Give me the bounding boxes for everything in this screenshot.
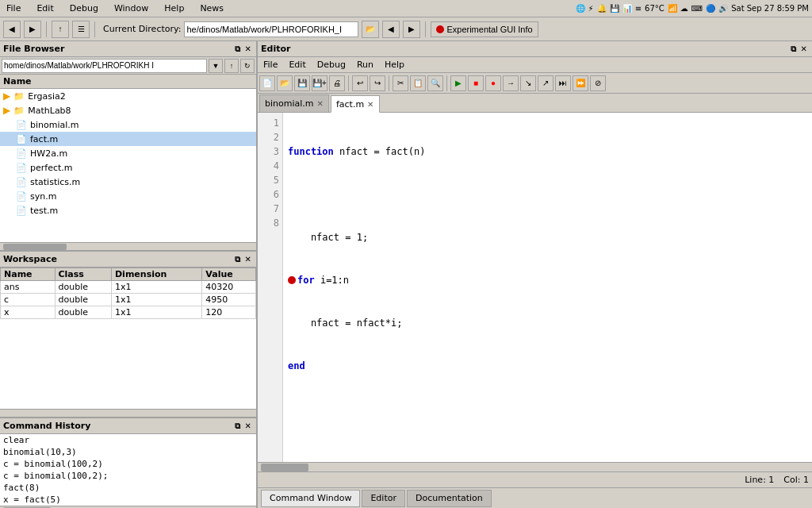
ed-undo-btn[interactable]: ↩	[352, 75, 368, 91]
line-num-2: 2	[258, 130, 282, 144]
cmd-history-undock-icon[interactable]: ⧉	[233, 421, 242, 431]
ed-bp-btn[interactable]: ●	[485, 75, 501, 91]
workspace-undock-icon[interactable]: ⧉	[233, 255, 242, 264]
path-bar: ▼ ↑ ↻	[0, 57, 256, 75]
workspace-titlebar: Workspace ⧉ ✕	[0, 252, 256, 267]
ed-step-btn[interactable]: →	[503, 75, 519, 91]
path-up-btn[interactable]: ↑	[224, 59, 239, 73]
ws-cell-class-x: double	[55, 306, 111, 319]
cmd-item-clear[interactable]: clear	[0, 434, 256, 446]
editor-menu-run[interactable]: Run	[354, 59, 376, 71]
exp-gui-button[interactable]: Experimental GUI Info	[431, 21, 538, 37]
cmd-item-x-fact5[interactable]: x = fact(5)	[0, 494, 256, 506]
file-browser-titlebar-icons: ⧉ ✕	[233, 44, 253, 54]
ed-open-btn[interactable]: 📂	[277, 75, 293, 91]
nav-right[interactable]: ▶	[403, 21, 420, 38]
ws-cell-dim-c: 1x1	[111, 294, 201, 306]
file-item-ergasia2[interactable]: ▶ 📁 Ergasia2	[0, 89, 256, 103]
bottom-tab-command-window[interactable]: Command Window	[261, 490, 360, 507]
file-icon-perfect: 📄	[16, 163, 27, 173]
tab-binomial-close[interactable]: ✕	[317, 99, 324, 108]
workspace-close-icon[interactable]: ✕	[243, 255, 253, 264]
tab-binomial[interactable]: binomial.m ✕	[259, 94, 329, 112]
file-item-fact[interactable]: 📄 fact.m	[0, 132, 256, 146]
ed-cut-btn[interactable]: ✂	[393, 75, 408, 91]
bottom-tab-editor[interactable]: Editor	[362, 490, 405, 507]
file-item-hw2a[interactable]: 📄 HW2a.m	[0, 146, 256, 160]
code-content[interactable]: function nfact = fact(n) nfact = 1; for …	[283, 113, 812, 462]
cmd-item-fact8[interactable]: fact(8)	[0, 482, 256, 494]
file-item-mathlab8[interactable]: ▶ 📁 MathLab8	[0, 103, 256, 117]
ed-copy-btn[interactable]: 📋	[410, 75, 426, 91]
left-panel: File Browser ⧉ ✕ ▼ ↑ ↻ Name ▶ 📁 Ergasia	[0, 41, 258, 508]
code-line-2	[288, 187, 807, 202]
editor-titlebar: Editor ⧉ ✕	[258, 41, 812, 57]
bookmark-button[interactable]: ☰	[72, 21, 90, 38]
path-refresh-btn[interactable]: ↻	[240, 59, 255, 73]
menu-window[interactable]: Window	[111, 2, 151, 14]
editor-menu-debug[interactable]: Debug	[315, 59, 348, 71]
ed-new-btn[interactable]: 📄	[259, 75, 275, 91]
ed-stop-btn[interactable]: ■	[468, 75, 484, 91]
ed-continue-btn[interactable]: ⏭	[555, 75, 571, 91]
current-dir-input[interactable]	[184, 21, 358, 37]
menu-debug[interactable]: Debug	[67, 2, 102, 14]
ed-print-btn[interactable]: 🖨	[329, 75, 345, 91]
editor-menu-file[interactable]: File	[261, 59, 280, 71]
nav-left[interactable]: ◀	[382, 21, 400, 38]
file-item-test[interactable]: 📄 test.m	[0, 203, 256, 217]
ed-step-out-btn[interactable]: ↗	[538, 75, 553, 91]
ed-find-btn[interactable]: 🔍	[427, 75, 443, 91]
folder-icon-ergasia2: 📁	[13, 91, 25, 102]
path-input[interactable]	[2, 59, 207, 73]
menu-news[interactable]: News	[197, 2, 227, 14]
path-dropdown-btn[interactable]: ▼	[209, 59, 223, 73]
ws-cell-dim-ans: 1x1	[111, 281, 201, 294]
bottom-tab-documentation[interactable]: Documentation	[407, 490, 492, 507]
cmd-item-c-binomial1[interactable]: c = binomial(100,2)	[0, 458, 256, 470]
editor-undock-icon[interactable]: ⧉	[789, 44, 798, 54]
forward-button[interactable]: ▶	[24, 21, 41, 38]
cmd-item-binomial1[interactable]: binomial(10,3)	[0, 446, 256, 458]
ws-row-ans[interactable]: ans double 1x1 40320	[1, 281, 256, 294]
hscroll-thumb[interactable]	[3, 244, 67, 250]
file-item-syn[interactable]: 📄 syn.m	[0, 189, 256, 203]
workspace-hscrollbar[interactable]	[0, 409, 256, 417]
editor-menu-help[interactable]: Help	[382, 59, 407, 71]
file-item-label-5: HW2a.m	[30, 148, 67, 159]
main-toolbar: ◀ ▶ ↑ ☰ Current Directory: 📂 ◀ ▶ Experim…	[0, 17, 812, 41]
editor-hscroll-thumb[interactable]	[261, 464, 308, 471]
ws-row-x[interactable]: x double 1x1 120	[1, 306, 256, 319]
file-item-label-4: fact.m	[30, 134, 58, 144]
ed-save-all-btn[interactable]: 💾+	[312, 75, 327, 91]
tab-fact-close[interactable]: ✕	[367, 100, 373, 109]
ed-step-in-btn[interactable]: ↘	[520, 75, 536, 91]
ws-row-c[interactable]: c double 1x1 4950	[1, 294, 256, 306]
tab-binomial-label: binomial.m	[265, 98, 314, 109]
editor-hscrollbar[interactable]	[258, 462, 812, 471]
editor-menu-edit[interactable]: Edit	[286, 59, 308, 71]
file-browser-undock-icon[interactable]: ⧉	[233, 44, 242, 54]
file-browser-close-icon[interactable]: ✕	[243, 44, 253, 54]
menu-file[interactable]: File	[3, 2, 24, 14]
up-button[interactable]: ↑	[52, 21, 69, 38]
browse-button[interactable]: 📂	[362, 21, 379, 38]
ed-run-btn[interactable]: ▶	[450, 75, 466, 91]
ed-save-btn[interactable]: 💾	[294, 75, 310, 91]
back-button[interactable]: ◀	[3, 21, 21, 38]
ed-clear-bp-btn[interactable]: ⊘	[590, 75, 606, 91]
cmd-item-c-binomial2[interactable]: c = binomial(100,2);	[0, 470, 256, 482]
editor-close-icon[interactable]: ✕	[799, 44, 809, 54]
file-item-statistics[interactable]: 📄 statistics.m	[0, 175, 256, 189]
cmd-history-close-icon[interactable]: ✕	[243, 421, 253, 431]
tab-fact[interactable]: fact.m ✕	[331, 95, 380, 113]
file-item-perfect[interactable]: 📄 perfect.m	[0, 160, 256, 175]
ed-continue2-btn[interactable]: ⏩	[573, 75, 588, 91]
ed-redo-btn[interactable]: ↪	[370, 75, 385, 91]
menu-edit[interactable]: Edit	[33, 2, 56, 14]
file-item-binomial[interactable]: 📄 binomial.m	[0, 117, 256, 132]
ws-cell-name-c: c	[1, 294, 56, 306]
ws-cell-val-c: 4950	[202, 294, 256, 306]
file-browser-hscrollbar[interactable]	[0, 242, 256, 250]
menu-help[interactable]: Help	[161, 2, 187, 14]
